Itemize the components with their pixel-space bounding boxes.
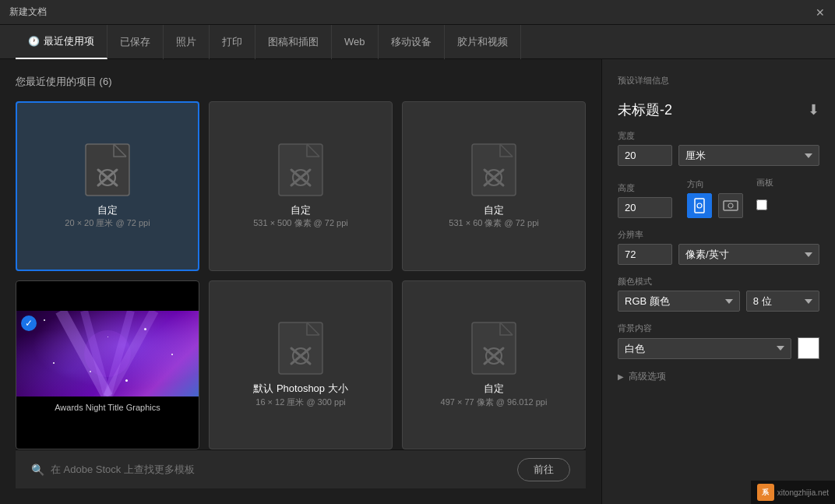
color-depth-select[interactable]: 8 位 16 位 32 位 (746, 291, 819, 312)
artboard-checkbox[interactable] (756, 199, 767, 210)
search-icon: 🔍 (31, 463, 44, 476)
right-panel: 预设详细信息 未标题-2 ⬇ 宽度 厘米 像素 毫米 英寸 高度 (601, 59, 835, 504)
orientation-buttons (687, 193, 750, 218)
height-field-group: 高度 (618, 182, 681, 218)
watermark-text: xitongzhijia.net (777, 488, 829, 497)
resolution-unit-select[interactable]: 像素/英寸 像素/厘米 (678, 244, 819, 265)
resolution-input[interactable] (618, 244, 672, 265)
grid-item-label-1: 自定 20 × 20 厘米 @ 72 ppi (65, 203, 150, 230)
tab-photo[interactable]: 照片 (164, 25, 210, 59)
portrait-button[interactable] (687, 193, 712, 218)
width-field-group: 宽度 厘米 像素 毫米 英寸 (618, 130, 819, 166)
bottom-search-bar: 🔍 在 Adobe Stock 上查找更多模板 前往 (16, 449, 586, 488)
width-label: 宽度 (618, 130, 819, 142)
resolution-label: 分辨率 (618, 229, 819, 241)
tab-film-video[interactable]: 胶片和视频 (445, 25, 521, 59)
items-grid: 自定 20 × 20 厘米 @ 72 ppi (16, 101, 586, 449)
title-bar: 新建文档 ✕ (0, 0, 835, 25)
svg-rect-25 (695, 199, 704, 213)
stars-decoration (16, 311, 199, 397)
artboard-label: 画板 (756, 177, 819, 189)
width-unit-select[interactable]: 厘米 像素 毫米 英寸 (678, 145, 819, 166)
watermark-logo: 系 (757, 484, 774, 501)
advanced-options[interactable]: ▶ 高级选项 (618, 370, 819, 383)
grid-item-6[interactable]: 自定 497 × 77 像素 @ 96.012 ppi (402, 280, 586, 450)
tabs-row: 🕐 最近使用项 已保存 照片 打印 图稿和插图 Web 移动设备 胶片和视频 (0, 25, 835, 59)
background-label: 背景内容 (618, 322, 819, 334)
search-area: 🔍 在 Adobe Stock 上查找更多模板 (31, 463, 508, 477)
clock-icon: 🕐 (28, 36, 40, 47)
background-row: 白色 黑色 背景色 透明 (618, 337, 819, 359)
tab-mobile[interactable]: 移动设备 (379, 25, 445, 59)
advanced-label: 高级选项 (629, 370, 666, 383)
section-title: 您最近使用的项目 (6) (16, 75, 586, 89)
grid-item-4[interactable]: ✓ Awards Night Title Graphics (16, 280, 199, 450)
grid-item-label-2: 自定 531 × 500 像素 @ 72 ppi (253, 203, 348, 230)
preset-name: 未标题-2 (618, 100, 672, 119)
grid-item-5[interactable]: 默认 Photoshop 大小 16 × 12 厘米 @ 300 ppi (209, 280, 393, 450)
svg-point-28 (728, 203, 733, 208)
height-orient-row: 高度 方向 (618, 177, 819, 218)
grid-item-1[interactable]: 自定 20 × 20 厘米 @ 72 ppi (16, 101, 199, 271)
goto-button[interactable]: 前往 (517, 458, 570, 481)
color-mode-label: 颜色模式 (618, 276, 819, 287)
height-input[interactable] (618, 197, 672, 218)
height-label: 高度 (618, 182, 681, 194)
card-image: ✓ (16, 311, 199, 397)
color-mode-select[interactable]: RGB 颜色 CMYK 颜色 灰度 (618, 291, 740, 312)
file-icon-1 (84, 143, 131, 197)
download-icon[interactable]: ⬇ (808, 101, 819, 118)
tab-saved[interactable]: 已保存 (107, 25, 164, 59)
file-icon-3 (470, 143, 517, 197)
background-select[interactable]: 白色 黑色 背景色 透明 (618, 338, 791, 359)
tab-art-illustrate[interactable]: 图稿和插图 (255, 25, 332, 59)
grid-item-2[interactable]: 自定 531 × 500 像素 @ 72 ppi (209, 101, 393, 271)
artboard-group: 画板 (756, 177, 819, 218)
grid-item-3[interactable]: 自定 531 × 60 像素 @ 72 ppi (402, 101, 586, 271)
watermark: 系 xitongzhijia.net (751, 481, 835, 504)
close-button[interactable]: ✕ (815, 7, 826, 18)
grid-item-label-3: 自定 531 × 60 像素 @ 72 ppi (449, 203, 538, 230)
svg-rect-27 (724, 201, 738, 210)
tab-web[interactable]: Web (332, 25, 379, 59)
background-color-swatch[interactable] (798, 337, 819, 359)
file-icon-2 (277, 143, 324, 197)
resolution-row: 像素/英寸 像素/厘米 (618, 244, 819, 265)
grid-item-label-6: 自定 497 × 77 像素 @ 96.012 ppi (441, 382, 548, 408)
file-icon-5 (277, 321, 324, 375)
color-mode-field-group: 颜色模式 RGB 颜色 CMYK 颜色 灰度 8 位 16 位 32 位 (618, 276, 819, 312)
orientation-label: 方向 (687, 178, 750, 190)
resolution-field-group: 分辨率 像素/英寸 像素/厘米 (618, 229, 819, 265)
width-row: 厘米 像素 毫米 英寸 (618, 145, 819, 166)
grid-item-label-5: 默认 Photoshop 大小 16 × 12 厘米 @ 300 ppi (253, 382, 347, 408)
left-panel: 您最近使用的项目 (6) 自定 20 × 20 厘米 @ 72 (0, 59, 601, 504)
width-input[interactable] (618, 145, 672, 166)
chevron-right-icon: ▶ (618, 372, 624, 381)
svg-point-26 (697, 203, 702, 208)
main-layout: 您最近使用的项目 (6) 自定 20 × 20 厘米 @ 72 (0, 59, 835, 504)
orientation-group: 方向 (687, 178, 750, 218)
tab-recent[interactable]: 🕐 最近使用项 (16, 25, 107, 59)
landscape-button[interactable] (718, 193, 743, 218)
background-field-group: 背景内容 白色 黑色 背景色 透明 (618, 322, 819, 359)
svg-point-16 (84, 330, 131, 377)
preset-name-row: 未标题-2 ⬇ (618, 100, 819, 119)
color-mode-row: RGB 颜色 CMYK 颜色 灰度 8 位 16 位 32 位 (618, 291, 819, 312)
card-label: Awards Night Title Graphics (48, 397, 167, 418)
window-controls: ✕ (815, 7, 826, 18)
file-icon-6 (470, 321, 517, 375)
tab-print[interactable]: 打印 (210, 25, 255, 59)
search-placeholder-text: 在 Adobe Stock 上查找更多模板 (51, 463, 195, 477)
window-title: 新建文档 (9, 5, 47, 19)
preset-details-label: 预设详细信息 (618, 75, 819, 86)
